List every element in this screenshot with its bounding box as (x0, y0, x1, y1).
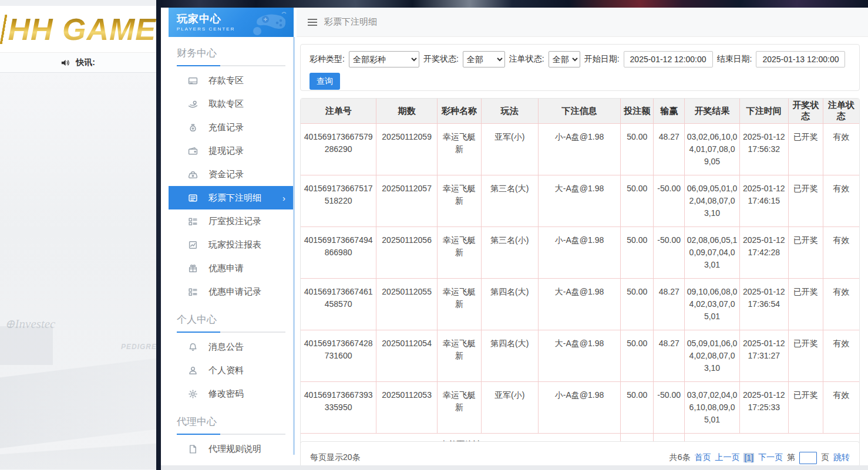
table-cell: 20250112059 (376, 124, 438, 175)
page-title: 彩票下注明细 (324, 16, 377, 28)
table-cell: 已开奖 (788, 124, 823, 175)
table-cell: 有效 (823, 330, 859, 382)
sidebar-item-password-gear[interactable]: 修改密码 (169, 382, 294, 405)
sidebar-item-label: 彩票下注明细 (208, 192, 261, 204)
player-bet-report-icon (188, 240, 198, 250)
dark-divider (156, 0, 161, 470)
section-underline (177, 434, 285, 435)
sidebar-item-funds-record[interactable]: 资金记录 (169, 163, 294, 186)
table-cell: -50.00 (654, 382, 685, 434)
table-row: 40156917366739333595020250112053幸运飞艇新亚军(… (301, 382, 859, 434)
table-cell: 已开奖 (788, 382, 823, 434)
jump-page-input[interactable] (799, 452, 817, 464)
table-cell: 幸运飞艇新 (438, 175, 482, 227)
stadium-billboard (0, 326, 53, 365)
sidebar-item-label: 消息公告 (208, 341, 244, 353)
promo-record-icon (188, 287, 198, 297)
table-cell: 已开奖 (788, 175, 823, 227)
column-header: 投注额 (621, 99, 654, 124)
table-cell: 2025-01-12 17:46:15 (739, 175, 788, 227)
stadium-field (0, 441, 156, 469)
section-underline (177, 332, 285, 333)
lottery-type-select[interactable]: 全部彩种 (349, 51, 419, 67)
news-ticker-bar: 快讯: (0, 53, 156, 73)
table-cell: 02,08,06,05,10,09,07,04,03,01 (685, 227, 740, 279)
first-page-link[interactable]: 首页 (694, 452, 711, 463)
main-content: 彩票下注明细 彩种类型: 全部彩种 开奖状态: 全部 注单状态: 全部 开始日期… (297, 8, 868, 470)
prev-page-link[interactable]: 上一页 (715, 452, 739, 463)
sidebar-scrollbar[interactable] (293, 37, 295, 455)
sidebar-item-bell[interactable]: 消息公告 (169, 335, 294, 359)
search-button[interactable]: 查询 (309, 73, 340, 90)
lottery-type-label: 彩种类型: (309, 54, 345, 65)
table-cell: 幸运飞艇新 (438, 227, 482, 279)
order-status-label: 注单状态: (509, 54, 544, 65)
table-cell: 50.00 (621, 227, 654, 279)
order-status-select[interactable]: 全部 (549, 51, 580, 67)
password-gear-icon (188, 389, 198, 399)
players-center-page: HH GAME 快讯: ⊕Investec PEDIGREE 玩家中心 PLAY… (0, 0, 868, 470)
table-cell: 有效 (823, 227, 859, 279)
draw-status-select[interactable]: 全部 (463, 51, 505, 67)
sidebar-item-label: 玩家投注报表 (208, 239, 261, 251)
column-header: 注单状态 (823, 99, 859, 124)
table-cell: 第三名(小) (481, 227, 538, 279)
table-row: 40156917366757928629020250112059幸运飞艇新亚军(… (301, 124, 859, 175)
table-header-row: 注单号期数彩种名称玩法下注信息投注额输赢开奖结果下注时间开奖状态注单状态 (301, 99, 859, 124)
menu-toggle-icon[interactable] (308, 19, 317, 26)
deposit-card-icon (188, 76, 198, 86)
sidebar-item-lottery-bet-detail[interactable]: 彩票下注明细› (169, 186, 294, 209)
table-cell: 小-A盘@1.98 (538, 227, 621, 279)
breadcrumb-bar: 彩票下注明细 (297, 8, 868, 37)
filter-panel: 彩种类型: 全部彩种 开奖状态: 全部 注单状态: 全部 开始日期: 结束日期:… (300, 44, 860, 91)
funds-record-icon (188, 170, 198, 180)
sidebar-item-withdraw-hand[interactable]: 取款专区 (169, 92, 294, 116)
lottery-bet-detail-icon (188, 193, 198, 203)
table-cell: 48.27 (654, 330, 685, 382)
table-cell: 06,09,05,01,02,04,08,07,03,10 (685, 175, 740, 227)
brand-panel: HH GAME 快讯: ⊕Investec PEDIGREE (0, 0, 156, 470)
sidebar-item-label: 优惠申请记录 (208, 286, 261, 297)
withdraw-hand-icon (188, 99, 198, 109)
recharge-moneybag-icon (188, 123, 198, 133)
sidebar-item-promo-record[interactable]: 优惠申请记录 (169, 280, 294, 303)
sidebar-item-label: 优惠申请 (208, 263, 244, 274)
table-cell: 401569173667517518220 (301, 175, 376, 227)
sidebar-item-label: 提现记录 (208, 146, 244, 157)
start-date-input[interactable] (624, 51, 713, 67)
table-cell: 401569173667393335950 (301, 382, 376, 434)
sidebar-item-promo-apply[interactable]: 优惠申请 (169, 256, 294, 280)
current-page-indicator[interactable]: [1] (743, 453, 754, 462)
table-row: 40156917366751751822020250112057幸运飞艇新第三名… (301, 175, 859, 227)
sidebar-item-recharge-moneybag[interactable]: 充值记录 (169, 116, 294, 139)
page-size-text: 每页显示20条 (310, 452, 361, 463)
sidebar-item-withdrawal-record[interactable]: 提现记录 (169, 139, 294, 163)
jump-suffix-label: 页 (821, 452, 829, 463)
column-header: 开奖状态 (788, 99, 823, 124)
sidebar-item-profile[interactable]: 个人资料 (169, 359, 294, 382)
end-date-input[interactable] (756, 51, 845, 67)
chevron-right-icon: › (282, 193, 285, 203)
profile-icon (188, 366, 198, 376)
sidebar-item-hall-bet-record[interactable]: 厅室投注记录 (169, 209, 294, 233)
section-title: 财务中心 (169, 37, 294, 65)
table-cell: 401569173667494866980 (301, 227, 376, 279)
sidebar-item-deposit-card[interactable]: 存款专区 (169, 69, 294, 92)
table-cell: 401569173667428731600 (301, 330, 376, 382)
jump-button[interactable]: 跳转 (833, 452, 850, 463)
bet-table-panel: 注单号期数彩种名称玩法下注信息投注额输赢开奖结果下注时间开奖状态注单状态 401… (300, 98, 860, 470)
table-cell: 第四名(大) (481, 330, 538, 382)
promo-apply-icon (188, 263, 198, 273)
bet-table: 注单号期数彩种名称玩法下注信息投注额输赢开奖结果下注时间开奖状态注单状态 401… (301, 99, 859, 470)
table-cell: 50.00 (621, 279, 654, 330)
section-underline (177, 65, 285, 66)
table-cell: 亚军(小) (481, 382, 538, 434)
table-row: 40156917366749486698020250112056幸运飞艇新第三名… (301, 227, 859, 279)
table-cell: 50.00 (621, 124, 654, 175)
stadium-background: ⊕Investec PEDIGREE (0, 73, 156, 469)
news-label: 快讯: (76, 58, 95, 68)
sidebar-item-player-bet-report[interactable]: 玩家投注报表 (169, 233, 294, 256)
sidebar-item-agent-rules[interactable]: 代理规则说明 (169, 437, 294, 461)
speaker-icon (61, 59, 71, 67)
next-page-link[interactable]: 下一页 (758, 452, 783, 463)
